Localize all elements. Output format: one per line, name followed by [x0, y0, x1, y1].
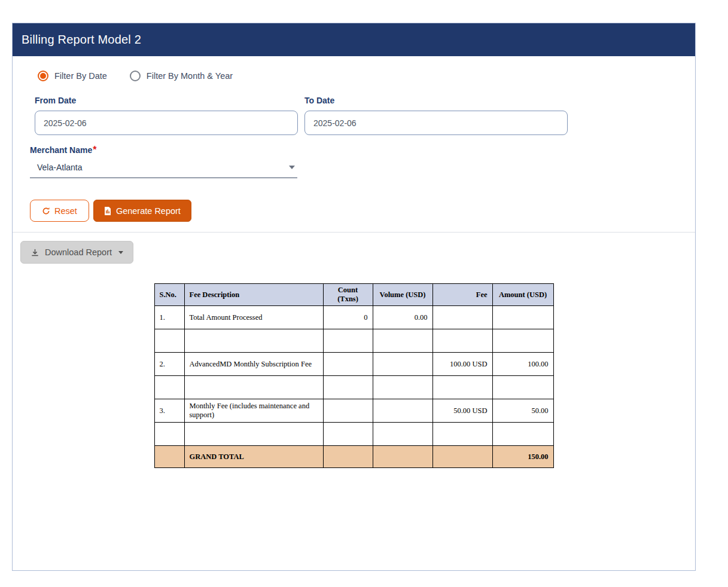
- cell-desc: [184, 376, 323, 399]
- cell-fee: [432, 446, 492, 468]
- cell-amount: [492, 423, 553, 446]
- cell-desc: AdvancedMD Monthly Subscription Fee: [184, 353, 323, 376]
- date-fields-row: From Date To Date: [35, 96, 695, 135]
- filter-mode-row: Filter By Date Filter By Month & Year: [38, 71, 695, 81]
- col-header-desc: Fee Description: [184, 284, 323, 306]
- cell-volume: [373, 329, 432, 353]
- filter-by-date-label[interactable]: Filter By Date: [54, 71, 107, 81]
- cell-sno: [154, 329, 184, 353]
- col-header-fee: Fee: [432, 284, 492, 306]
- cell-sno: 1.: [154, 306, 184, 329]
- table-row: 2. AdvancedMD Monthly Subscription Fee 1…: [154, 353, 553, 376]
- fee-table-header-row: S.No. Fee Description Count (Txns) Volum…: [154, 284, 553, 306]
- to-date-input[interactable]: [304, 111, 568, 135]
- cell-fee: 100.00 USD: [432, 353, 492, 376]
- caret-down-icon: [118, 251, 123, 254]
- reset-icon: [42, 207, 50, 215]
- table-row: [154, 423, 553, 446]
- col-header-sno: S.No.: [154, 284, 184, 306]
- col-header-count: Count (Txns): [323, 284, 373, 306]
- report-icon: [104, 207, 111, 215]
- cell-count: 0: [323, 306, 373, 329]
- col-header-volume: Volume (USD): [373, 284, 432, 306]
- table-row: 1. Total Amount Processed 0 0.00: [154, 306, 553, 329]
- cell-volume: [373, 376, 432, 399]
- reset-button[interactable]: Reset: [30, 200, 89, 222]
- col-header-amount: Amount (USD): [492, 284, 553, 306]
- download-button-label: Download Report: [45, 247, 112, 257]
- download-icon: [31, 248, 39, 257]
- cell-count: [323, 399, 373, 423]
- page-title: Billing Report Model 2: [22, 33, 141, 47]
- cell-volume: [373, 446, 432, 468]
- merchant-select[interactable]: Vela-Atlanta: [30, 163, 297, 178]
- dropdown-arrow-icon: [289, 166, 295, 169]
- grand-total-row: GRAND TOTAL 150.00: [154, 446, 553, 468]
- download-report-button[interactable]: Download Report: [20, 241, 133, 264]
- grand-total-amount: 150.00: [492, 446, 553, 468]
- cell-volume: [373, 353, 432, 376]
- cell-count: [323, 423, 373, 446]
- cell-amount: [492, 306, 553, 329]
- filter-by-date-option[interactable]: Filter By Date: [38, 71, 107, 81]
- to-date-label: To Date: [304, 96, 568, 105]
- cell-desc: Monthly Fee (includes maintenance and su…: [184, 399, 323, 423]
- generate-report-button[interactable]: Generate Report: [93, 200, 191, 222]
- reset-button-label: Reset: [54, 206, 77, 216]
- merchant-field: Merchant Name* Vela-Atlanta: [30, 145, 297, 178]
- from-date-field: From Date: [35, 96, 298, 135]
- cell-fee: [432, 376, 492, 399]
- from-date-input[interactable]: [35, 111, 298, 135]
- generate-button-label: Generate Report: [116, 206, 181, 216]
- cell-volume: [373, 399, 432, 423]
- cell-fee: 50.00 USD: [432, 399, 492, 423]
- cell-count: [323, 446, 373, 468]
- filter-by-date-radio[interactable]: [38, 71, 48, 81]
- page-header: Billing Report Model 2: [13, 23, 695, 56]
- merchant-selected-value: Vela-Atlanta: [37, 163, 83, 172]
- cell-sno: 3.: [154, 399, 184, 423]
- fee-table-body: 1. Total Amount Processed 0 0.00 2.: [154, 306, 553, 468]
- merchant-label: Merchant Name: [30, 145, 92, 155]
- cell-volume: [373, 423, 432, 446]
- cell-desc: Total Amount Processed: [184, 306, 323, 329]
- required-asterisk: *: [93, 145, 96, 155]
- cell-fee: [432, 306, 492, 329]
- table-row: [154, 376, 553, 399]
- grand-total-label: GRAND TOTAL: [184, 446, 323, 468]
- table-row: 3. Monthly Fee (includes maintenance and…: [154, 399, 553, 423]
- cell-count: [323, 376, 373, 399]
- cell-desc: [184, 329, 323, 353]
- billing-report-card: Billing Report Model 2 Filter By Date Fi…: [12, 23, 696, 571]
- from-date-label: From Date: [35, 96, 298, 105]
- cell-sno: 2.: [154, 353, 184, 376]
- filter-by-month-radio[interactable]: [130, 71, 141, 81]
- filter-by-month-label[interactable]: Filter By Month & Year: [147, 71, 233, 81]
- cell-sno: [154, 446, 184, 468]
- cell-fee: [432, 423, 492, 446]
- section-divider: [13, 232, 695, 233]
- cell-amount: 100.00: [492, 353, 553, 376]
- cell-amount: [492, 376, 553, 399]
- cell-fee: [432, 329, 492, 353]
- cell-volume: 0.00: [373, 306, 432, 329]
- cell-desc: [184, 423, 323, 446]
- cell-count: [323, 353, 373, 376]
- to-date-field: To Date: [304, 96, 568, 135]
- cell-count: [323, 329, 373, 353]
- fee-table: S.No. Fee Description Count (Txns) Volum…: [154, 283, 554, 468]
- cell-sno: [154, 376, 184, 399]
- card-body: Filter By Date Filter By Month & Year Fr…: [13, 56, 695, 468]
- cell-sno: [154, 423, 184, 446]
- table-row: [154, 329, 553, 353]
- cell-amount: 50.00: [492, 399, 553, 423]
- action-buttons-row: Reset Generate Report: [30, 200, 695, 222]
- cell-amount: [492, 329, 553, 353]
- filter-by-month-option[interactable]: Filter By Month & Year: [130, 71, 233, 81]
